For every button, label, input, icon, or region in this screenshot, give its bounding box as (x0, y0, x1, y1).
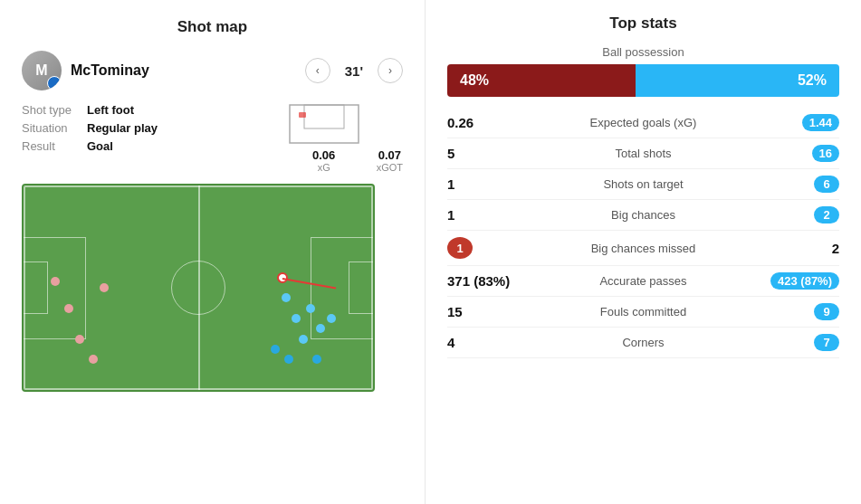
avatar: M (22, 51, 62, 90)
stat-label: Fouls committed (538, 305, 749, 319)
stat-row: 5Total shots16 (447, 138, 839, 169)
stat-label: Big chances (538, 208, 749, 222)
stat-row: 371 (83%)Accurate passes423 (87%) (447, 266, 839, 297)
shot-info: Shot type Left foot Situation Regular pl… (22, 103, 403, 173)
stat-label: Big chances missed (538, 242, 749, 255)
stat-badge-right: 9 (814, 303, 839, 320)
small-box-left (24, 262, 48, 315)
shot-type-row: Shot type Left foot (22, 103, 288, 117)
stat-row: 4Corners7 (447, 328, 839, 358)
xg-value: 0.06 (288, 148, 360, 162)
situation-value: Regular play (87, 121, 158, 135)
shot-dot (299, 335, 308, 344)
stat-left-value: 1 (447, 207, 538, 223)
shot-map-title: Shot map (22, 18, 403, 36)
stat-badge-right: 6 (814, 176, 839, 193)
stat-left-value: 4 (447, 335, 538, 350)
shot-dot (75, 335, 84, 344)
shot-details: Shot type Left foot Situation Regular pl… (22, 103, 288, 173)
result-row: Result Goal (22, 139, 288, 153)
stat-left-value: 5 (447, 146, 538, 161)
possession-bar: 48% 52% (447, 64, 839, 97)
stat-left-value: 0.26 (447, 115, 538, 130)
player-name: McTominay (71, 62, 296, 79)
shot-dot (51, 277, 60, 286)
prev-button[interactable]: ‹ (305, 58, 330, 83)
possession-label: Ball possession (447, 45, 839, 59)
stat-left-value: 371 (83%) (447, 273, 538, 289)
shot-dot (316, 324, 325, 333)
shot-dot (284, 355, 293, 364)
shot-dot (306, 304, 315, 313)
xg-item: 0.06 xG (288, 103, 360, 173)
shot-type-value: Left foot (87, 103, 134, 117)
xgot-item: 0.07 xGOT (377, 103, 403, 173)
possession-right: 52% (636, 64, 839, 97)
stats-container: 0.26Expected goals (xG)1.445Total shots1… (447, 108, 839, 358)
svg-rect-1 (304, 105, 344, 128)
situation-label: Situation (22, 121, 87, 135)
stat-row: 0.26Expected goals (xG)1.44 (447, 108, 839, 138)
player-header: M McTominay ‹ 31' › (22, 51, 403, 90)
situation-row: Situation Regular play (22, 121, 288, 135)
shot-dot (271, 345, 280, 354)
top-stats-title: Top stats (447, 14, 839, 33)
pitch (22, 184, 375, 392)
stat-badge-right: 423 (87%) (770, 272, 839, 290)
stat-right-value: 423 (87%) (749, 272, 839, 290)
team-badge (47, 76, 62, 90)
stat-label: Corners (538, 336, 749, 349)
stat-label: Expected goals (xG) (538, 116, 749, 129)
stat-label: Total shots (538, 147, 749, 160)
result-value: Goal (87, 139, 113, 153)
stat-right-value: 1.44 (749, 114, 839, 131)
small-box-right (349, 262, 373, 315)
shot-dot (327, 314, 336, 323)
center-circle (171, 261, 225, 315)
result-label: Result (22, 139, 87, 153)
svg-rect-2 (299, 112, 306, 118)
svg-rect-0 (290, 105, 359, 143)
stat-badge-left: 1 (447, 237, 473, 259)
stat-left-value: 1 (447, 176, 538, 192)
stat-left-value: 1 (447, 237, 538, 259)
shot-dot (64, 304, 73, 313)
stat-left-value: 15 (447, 304, 538, 319)
stat-right-value: 16 (749, 145, 839, 162)
shot-dot (100, 283, 109, 292)
shot-dot (89, 355, 98, 364)
possession-left: 48% (447, 64, 636, 97)
xg-box: 0.06 xG 0.07 xGOT (288, 103, 403, 173)
shot-dot (312, 355, 321, 364)
stat-right-value: 7 (749, 334, 839, 351)
shot-dot (292, 314, 301, 323)
stat-row: 15Fouls committed9 (447, 297, 839, 328)
stat-right-value: 9 (749, 303, 839, 320)
stat-badge-right: 16 (812, 145, 839, 162)
stat-label: Accurate passes (538, 274, 749, 288)
left-panel: Shot map M McTominay ‹ 31' › Shot type L… (0, 0, 426, 504)
next-button[interactable]: › (378, 58, 403, 83)
stat-row: 1Big chances missed2 (447, 231, 839, 266)
stat-badge-right: 2 (814, 206, 839, 223)
stat-right-value: 6 (749, 176, 839, 193)
stat-row: 1Big chances2 (447, 200, 839, 231)
right-panel: Top stats Ball possession 48% 52% 0.26Ex… (426, 0, 861, 504)
xgot-label: xGOT (377, 162, 403, 173)
stat-row: 1Shots on target6 (447, 169, 839, 200)
stat-badge-right: 7 (814, 334, 839, 351)
shot-dot (282, 293, 291, 302)
stat-label: Shots on target (538, 177, 749, 191)
stat-right-value: 2 (749, 206, 839, 223)
stat-badge-right: 1.44 (802, 114, 839, 131)
minute-label: 31' (345, 63, 363, 79)
stat-right-value: 2 (749, 241, 839, 256)
xg-label: xG (288, 162, 360, 173)
xgot-value: 0.07 (377, 148, 403, 162)
shot-type-label: Shot type (22, 103, 87, 117)
